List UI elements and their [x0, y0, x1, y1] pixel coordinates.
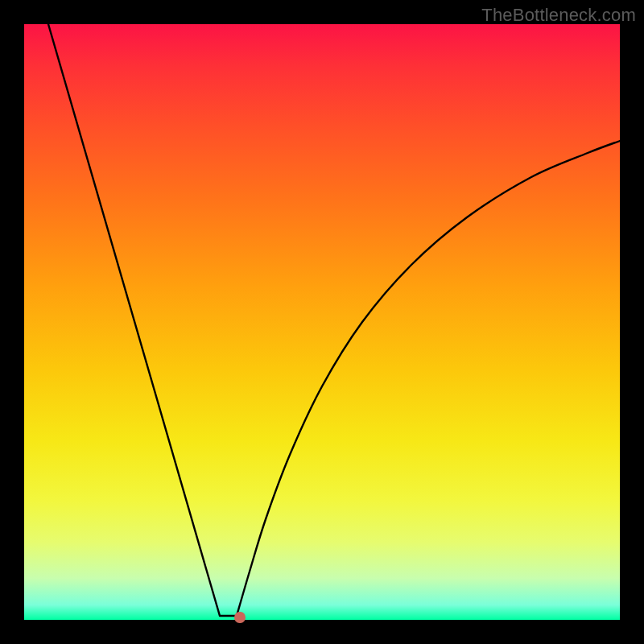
bottleneck-curve [24, 24, 620, 620]
watermark-text: TheBottleneck.com [481, 5, 636, 26]
curve-path [48, 24, 620, 616]
optimum-marker-icon [234, 612, 246, 623]
chart-frame: TheBottleneck.com [0, 0, 644, 644]
plot-area [24, 24, 620, 620]
